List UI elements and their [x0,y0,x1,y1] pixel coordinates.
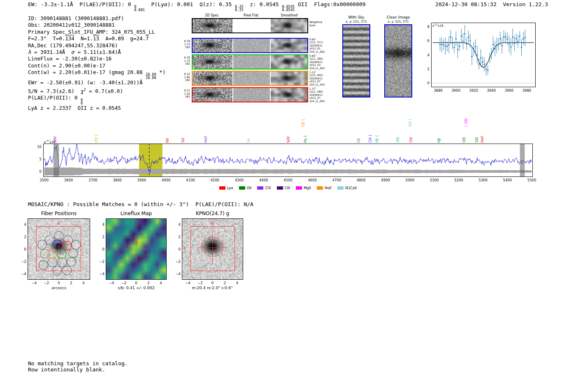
spectrum-x-tick-label: 5100 [430,178,439,182]
mini-y-tick-label: 2 [92,235,105,239]
spectrum-line-label: } OIII [465,118,468,127]
fit-x-tick-label: 3920 [469,88,478,93]
spectrum-x-tick-label: 3700 [88,178,98,182]
mini-y-tick-label: −4 [14,272,26,276]
fiber-row-meta: 0.65"(221, 571)20200411v012_01324_LL_062 [309,38,325,53]
legend-item: CIII [277,186,290,190]
mini-y-tick-label: −2 [168,260,181,264]
with-sky-cutout [342,24,370,97]
info-line: F=2.3" T=0.134 N=1.13 A=0.89 g=24.7 [28,35,165,42]
legend-swatch [257,186,263,190]
legend-item: CIV [257,186,271,190]
fiber-row-weights: 0.121.85182 [179,73,190,82]
legend-label: MgII [304,186,311,190]
mini-x-tick-label: −4 [32,281,37,285]
mini-x-tick-label: −4 [109,281,114,285]
legend-label: CIV [265,186,271,190]
column-header-pixel-flat: Pixel Flat [232,14,270,17]
info-line: S/N = 7.3(±2.6) χ2 = 0.7(±0.0) [28,86,165,95]
spectrum-line-label: OIII { [409,118,412,127]
spectrum-x-tick-label: 4700 [332,178,341,182]
spectrum-line-label: SiII [181,138,185,143]
legend-item: MgII [296,186,311,190]
detection-info-block: ID: 3090148881 (3090148881.pdf)Obs: 2020… [28,15,165,112]
spectrum-x-tick-label: 4800 [357,178,366,182]
spectrum-x-tick-label: 4500 [283,178,293,182]
legend-label: HeII [325,186,332,190]
fiber-positions-title: Fiber Positions [28,211,90,216]
fiber-2d-spec-image [193,39,307,52]
mini-x-tick-label: 0 [135,281,137,285]
clean-image-title: Clean Image [384,15,412,19]
legend-item: Lyα [219,186,233,190]
spectrum-x-tick-label: 5000 [405,178,414,182]
mini-x-tick-label: −2 [44,281,49,285]
legend-swatch [277,186,283,190]
spectrum-x-tick-label: 3600 [64,178,73,182]
spectrum-line-label: CIV { [95,134,98,143]
fit-y-tick-label: 8 [417,25,430,29]
spectrum-x-tick-label: 3800 [113,178,122,182]
fit-x-tick-label: 3940 [487,88,496,93]
spectrum-line-label: CIII { [369,135,372,143]
mini-x-tick-label: 2 [224,281,226,285]
fiber-cutout-row [192,54,308,70]
clean-image-coords: x, y: 221, 571 [384,20,412,23]
spectrum-line-label: Hβ { [375,135,379,143]
mini-y-tick-label: 0 [14,247,26,251]
legend-label: CIII [285,186,290,190]
mosaic-match-status: MOSAIC/KPNO : Possible Matches = 0 (with… [28,201,253,207]
fiber-row-weights: 0.181.72162 [179,56,190,66]
spectrum-x-tick-label: 4600 [308,178,317,182]
mini-x-tick-label: 2 [147,281,149,285]
weighted-sum-cutout-row [192,18,308,33]
full-spectrum-plot [43,144,533,177]
mini-x-tick-label: 4 [82,281,84,285]
mini-y-tick-label: −2 [14,260,26,264]
spectrum-x-tick-label: 5200 [454,178,463,182]
mini-y-tick-label: 4 [92,223,105,227]
legend-swatch [239,186,245,190]
spectrum-x-tick-label: 4400 [259,178,268,182]
elixer-detection-report: EW: -3.2±-1.1Å P(LAE)/P(OII): 0 00.001 P… [0,0,576,392]
legend-item: (K)CaII [337,186,357,190]
spectrum-line-label: Hβ [437,138,441,143]
spectrum-x-tick-label: 3900 [137,178,146,182]
mini-y-tick-label: 2 [168,235,181,239]
spectrum-x-tick-label: 4900 [381,178,390,182]
spectrum-line-label: CII [357,139,361,143]
kpno-cutout-title: KPNO(24.7) g [182,211,243,216]
fit-x-tick-label: 3960 [505,88,514,93]
spectrum-x-tick-label: 4000 [162,178,171,182]
info-line: Cont(n) = 2.90(±0.00)e-17 [28,63,165,69]
spectrum-line-label: OIII [396,137,400,143]
fiber-2d-spec-image [193,55,307,69]
info-line: LineFlux = -2.30(±0.82)e-16 [28,56,165,62]
spectrum-line-label: Hγ { [304,135,307,143]
fiber-row-meta: 1.21"(223, 405)20200411v012_07324_LL_043 [309,71,325,86]
mini-x-tick-label: 0 [58,281,60,285]
legend-label: OII [247,186,252,190]
info-line: Primary Spec_Slot_IFU_AMP: 324_075_055_L… [28,29,165,35]
spectrum-line-label: CIII { [302,119,305,127]
fit-y-tick-label: 2 [417,67,430,71]
with-sky-coords: x, y: 221, 571 [342,20,370,23]
spectrum-y-tick-label: 5 [29,157,42,161]
kpno-cutout-image [182,219,243,279]
weighted-sum-2d-image [193,19,307,32]
fiber-row-meta: 0.85"(221, 580)20200411v012_03324_LL_063 [309,54,325,70]
mini-y-tick-label: 2 [14,235,26,239]
legend-item: OII [239,186,252,190]
spectrum-line-label: OIII [462,137,466,143]
fiber-cutout-row [192,38,308,53]
fiber-positions-xlabel: arcsecs [18,285,100,290]
fiber-row-weights: 0.181.73163 [179,40,190,49]
info-line: EWr = -2.50(±0.91) (w: -3.40(±1.20))Å [28,79,165,86]
header-datetime-version: 2024-12-30 08:15:32 Version 1.22.3 [435,1,548,7]
with-sky-image [343,25,369,97]
spectrum-line-label: NV [166,138,170,143]
info-line: P(LAE)/P(OII): 0 00 [28,95,165,105]
mini-y-tick-label: −4 [168,272,181,276]
line-fit-plot [431,23,536,87]
spectrum-line-label: OIII [475,137,479,143]
